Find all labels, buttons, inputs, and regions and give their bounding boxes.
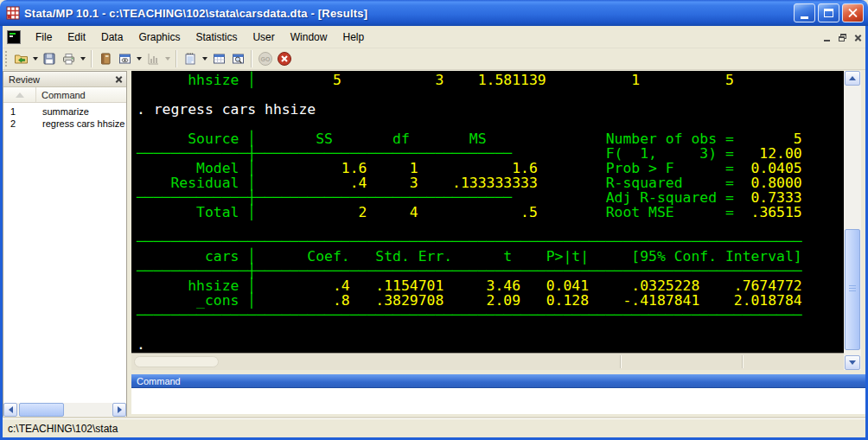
results-line: Source │ SS df MS Number of obs = 5	[137, 131, 844, 146]
mdi-close-button[interactable]	[851, 31, 865, 43]
do-file-dropdown[interactable]	[200, 50, 209, 68]
svg-text:GO: GO	[261, 56, 271, 62]
open-button[interactable]	[11, 50, 30, 68]
sort-triangle-icon	[16, 92, 24, 98]
statusbar-path: c:\TEACHING\102\stata	[8, 423, 118, 435]
toolbar-separator	[91, 50, 93, 67]
review-titlebar: Review	[3, 72, 126, 87]
results-line	[137, 220, 844, 234]
maximize-button[interactable]	[818, 3, 839, 22]
toolbar-separator	[251, 50, 252, 67]
results-line	[137, 322, 844, 337]
toolbar-grip[interactable]	[5, 51, 8, 67]
go-button[interactable]: GO	[256, 50, 275, 68]
save-button[interactable]	[40, 50, 59, 68]
scrollbar-thumb[interactable]	[134, 356, 219, 367]
data-browser-icon	[231, 52, 246, 66]
results-line: .	[137, 337, 844, 352]
menu-graphics[interactable]: Graphics	[131, 28, 188, 47]
results-window-icon[interactable]	[7, 30, 21, 44]
titlebar: Stata/MP 10.1 - c:\TEACHING\102\stata\ca…	[0, 0, 868, 26]
graph-button[interactable]	[144, 50, 163, 68]
save-disk-icon	[42, 52, 56, 66]
log-book-icon	[99, 52, 112, 66]
results-line: Model │ 1.6 1 1.6 Prob > F = 0.0405	[137, 161, 844, 175]
toolbar: GO	[3, 48, 865, 70]
menu-edit[interactable]: Edit	[60, 28, 93, 47]
scroll-up-button[interactable]	[845, 71, 860, 86]
mdi-minimize-button[interactable]	[820, 31, 833, 43]
results-line: . regress cars hhsize	[137, 102, 844, 117]
dropdown-arrow-icon	[165, 57, 170, 61]
window-title: Stata/MP 10.1 - c:\TEACHING\102\stata\ca…	[24, 7, 367, 20]
mdi-restore-button[interactable]	[835, 31, 849, 43]
toolbar-separator	[176, 50, 177, 67]
scrollbar-thumb[interactable]	[19, 403, 64, 417]
menu-data[interactable]: Data	[93, 28, 131, 47]
scroll-left-button[interactable]	[3, 403, 17, 417]
do-file-editor-button[interactable]	[181, 50, 200, 68]
printer-icon	[61, 52, 76, 66]
mdi-restore-icon	[839, 34, 846, 41]
arrow-left-icon	[9, 406, 13, 413]
results-line	[137, 117, 844, 131]
results-line: ────────────────────────────────────────…	[137, 308, 844, 322]
print-dropdown[interactable]	[78, 50, 87, 68]
results-line: ─────────────┼──────────────────────────…	[137, 190, 844, 205]
scrollbar-thumb[interactable]	[845, 229, 860, 350]
go-icon: GO	[258, 51, 273, 67]
review-row[interactable]: 1 summarize	[3, 105, 126, 118]
menu-help[interactable]: Help	[335, 28, 372, 47]
dropdown-arrow-icon	[33, 57, 38, 61]
scroll-down-button[interactable]	[845, 355, 860, 370]
minimize-button[interactable]	[794, 3, 815, 22]
open-dropdown[interactable]	[30, 50, 40, 68]
do-file-notepad-icon	[183, 52, 197, 66]
results-hscroll-strip	[131, 353, 844, 370]
arrow-right-icon	[118, 406, 122, 413]
review-command-column[interactable]: Command	[36, 90, 86, 100]
menu-file[interactable]: File	[28, 28, 60, 47]
command-window-titlebar: Command	[131, 374, 865, 388]
maximize-icon	[824, 9, 833, 17]
minimize-icon	[801, 16, 808, 19]
results-output: hhsize │ 5 3 1.581139 1 5. regress cars …	[137, 73, 844, 352]
command-input[interactable]	[131, 388, 865, 414]
break-stop-icon	[277, 51, 292, 67]
menu-window[interactable]: Window	[283, 28, 335, 47]
results-line: _cons │ .8 .3829708 2.09 0.128 -.4187841…	[137, 293, 844, 308]
viewer-window-icon	[118, 52, 132, 66]
scroll-right-button[interactable]	[112, 403, 126, 417]
mdi-minimize-icon	[824, 40, 830, 41]
results-line: hhsize │ .4 .1154701 3.46 0.041 .0325228…	[137, 278, 844, 293]
review-title: Review	[9, 74, 40, 85]
viewer-dropdown[interactable]	[134, 50, 144, 68]
log-button[interactable]	[96, 50, 115, 68]
print-button[interactable]	[59, 50, 78, 68]
dropdown-arrow-icon	[202, 57, 207, 61]
results-line: hhsize │ 5 3 1.581139 1 5	[137, 73, 844, 87]
break-button[interactable]	[275, 50, 294, 68]
review-row-command: regress cars hhsize	[36, 118, 124, 130]
command-window-title: Command	[137, 376, 181, 386]
review-hscrollbar	[3, 403, 126, 417]
menu-user[interactable]: User	[245, 28, 282, 47]
results-line: ────────────────────────────────────────…	[137, 234, 844, 249]
close-button[interactable]	[842, 3, 864, 22]
arrow-up-icon	[849, 76, 856, 80]
review-row-number: 2	[3, 118, 36, 130]
menu-statistics[interactable]: Statistics	[188, 28, 245, 47]
dropdown-arrow-icon	[80, 57, 86, 61]
results-line: ─────────────┼──────────────────────────…	[137, 264, 844, 278]
data-editor-button[interactable]	[209, 50, 228, 68]
results-line	[137, 87, 844, 102]
close-icon	[847, 8, 858, 19]
data-browser-button[interactable]	[228, 50, 247, 68]
review-sort-column[interactable]	[3, 87, 36, 102]
review-row[interactable]: 2 regress cars hhsize	[3, 118, 126, 130]
review-close-button[interactable]	[113, 74, 124, 85]
statusbar: c:\TEACHING\102\stata	[3, 418, 865, 437]
viewer-button[interactable]	[115, 50, 134, 68]
strip-separator	[620, 355, 621, 368]
graph-dropdown[interactable]	[163, 50, 172, 68]
